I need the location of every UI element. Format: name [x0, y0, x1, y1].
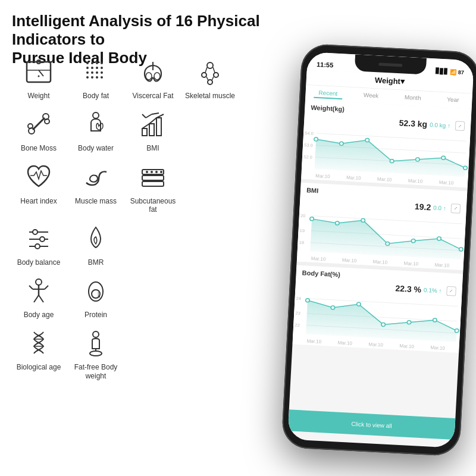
svg-point-25 — [214, 73, 218, 77]
svg-point-4 — [38, 76, 40, 77]
visceral-fat-icon — [139, 57, 167, 86]
svg-point-92 — [386, 242, 390, 245]
bone-moss-label: Bone Moss — [21, 144, 57, 152]
bmi-label: BMI — [146, 144, 159, 152]
heart-index-icon — [24, 162, 53, 191]
svg-text:19: 19 — [299, 228, 305, 233]
phone-wrapper: 11:55 ▊▊▊ 📶 87 Weight▾ Recent Week Month — [280, 48, 476, 464]
body-balance-icon — [24, 224, 53, 252]
icon-heart-index: Heart index — [12, 159, 65, 214]
svg-point-22 — [154, 73, 160, 80]
tab-week[interactable]: Week — [358, 90, 383, 102]
svg-point-26 — [208, 80, 212, 84]
svg-point-16 — [101, 71, 103, 74]
icon-empty2 — [183, 159, 237, 214]
phone-screen: 11:55 ▊▊▊ 📶 87 Weight▾ Recent Week Month — [287, 52, 474, 448]
svg-rect-36 — [142, 129, 147, 136]
svg-text:23: 23 — [295, 311, 300, 316]
svg-point-89 — [310, 217, 314, 221]
icon-body-balance: Body balance — [12, 220, 65, 267]
svg-line-30 — [212, 77, 214, 80]
svg-text:52.0: 52.0 — [303, 154, 312, 159]
fat-free-icon — [82, 328, 110, 357]
svg-point-47 — [155, 171, 158, 173]
protein-icon: || — [82, 276, 110, 305]
svg-line-58 — [34, 295, 39, 302]
status-icons: ▊▊▊ 📶 87 — [436, 68, 464, 75]
body-fat-expand[interactable]: ⤢ — [446, 286, 456, 296]
svg-point-107 — [433, 318, 437, 322]
fat-free-label: Fat-free Body weight — [69, 363, 123, 380]
biological-age-label: Biological age — [17, 363, 61, 371]
page-wrapper: Intelligent Analysis of 16 Physical Indi… — [0, 0, 476, 476]
muscle-mass-label: Muscle mass — [75, 197, 117, 205]
svg-point-20 — [101, 76, 103, 79]
weight-expand[interactable]: ⤢ — [455, 121, 465, 131]
body-fat-value: 22.3 % — [395, 283, 421, 294]
biological-age-icon — [24, 328, 53, 357]
body-fat-section: Body Fat(%) 22.3 % 0.1% ↑ ⤢ — [293, 265, 464, 353]
svg-point-14 — [91, 71, 93, 74]
bottom-bar-text: Click to view all — [351, 420, 392, 429]
icons-grid: Weight — [12, 54, 244, 380]
svg-line-29 — [206, 77, 208, 80]
svg-point-12 — [101, 67, 103, 69]
icon-empty3 — [126, 220, 180, 267]
svg-point-18 — [91, 76, 93, 79]
bottom-bar[interactable]: Click to view all — [288, 409, 456, 440]
weight-section: Weight(kg) 52.3 kg 0.0 kg ↑ ⤢ — [301, 100, 472, 187]
signal-icon: ▊▊▊ — [436, 68, 448, 74]
svg-point-106 — [407, 320, 411, 324]
left-panel: Weight — [12, 54, 244, 380]
wifi-icon: 📶 — [450, 69, 457, 76]
bmi-expand[interactable]: ⤢ — [450, 203, 461, 214]
icon-protein: || Protein — [69, 273, 123, 319]
svg-rect-38 — [156, 118, 161, 136]
body-fat-chart-area: 24 23 22 — [293, 289, 462, 346]
icon-weight: Weight — [12, 54, 65, 100]
svg-text:22: 22 — [295, 322, 300, 328]
bone-moss-icon — [24, 109, 53, 138]
svg-point-67 — [93, 331, 99, 337]
svg-line-96 — [308, 299, 458, 306]
svg-point-48 — [160, 171, 162, 173]
svg-line-40 — [146, 114, 152, 118]
svg-text:54.0: 54.0 — [305, 130, 314, 136]
svg-point-11 — [96, 67, 98, 69]
body-fat-chart-svg: 24 23 22 — [293, 289, 462, 346]
svg-line-70 — [317, 133, 467, 141]
tab-year[interactable]: Year — [442, 95, 464, 106]
svg-text:20: 20 — [300, 213, 306, 218]
svg-point-13 — [86, 71, 89, 74]
svg-point-76 — [314, 137, 318, 141]
svg-line-60 — [29, 286, 33, 289]
svg-rect-44 — [142, 181, 164, 186]
svg-rect-0 — [27, 62, 51, 82]
icon-bone-moss: Bone Moss — [12, 106, 65, 152]
svg-point-9 — [86, 67, 89, 69]
svg-point-102 — [306, 299, 310, 302]
icon-body-age: Body age — [12, 273, 65, 319]
battery-level: 87 — [458, 69, 465, 76]
skeletal-muscle-icon — [196, 57, 224, 86]
weight-chart-svg: 54.0 53.0 52.0 — [302, 124, 471, 180]
svg-point-6 — [91, 62, 93, 64]
icon-muscle-mass: Muscle mass — [69, 159, 123, 214]
heart-index-label: Heart index — [20, 197, 57, 205]
svg-point-45 — [146, 171, 148, 173]
svg-text:18: 18 — [299, 240, 304, 245]
body-fat-delta: 0.1% ↑ — [424, 286, 442, 294]
tab-recent[interactable]: Recent — [314, 88, 343, 99]
svg-text:24: 24 — [296, 296, 301, 301]
icon-empty1 — [183, 106, 237, 152]
svg-point-95 — [459, 248, 463, 251]
icon-bmi: BMI — [126, 106, 180, 152]
icon-empty5 — [126, 273, 180, 319]
status-time: 11:55 — [317, 61, 334, 68]
weight-icon — [24, 57, 53, 86]
tab-month[interactable]: Month — [399, 92, 426, 104]
notch-speaker — [378, 62, 402, 67]
visceral-fat-label: Viscercal Fat — [132, 92, 173, 100]
svg-point-68 — [90, 351, 102, 356]
bmr-label: BMR — [88, 258, 104, 267]
